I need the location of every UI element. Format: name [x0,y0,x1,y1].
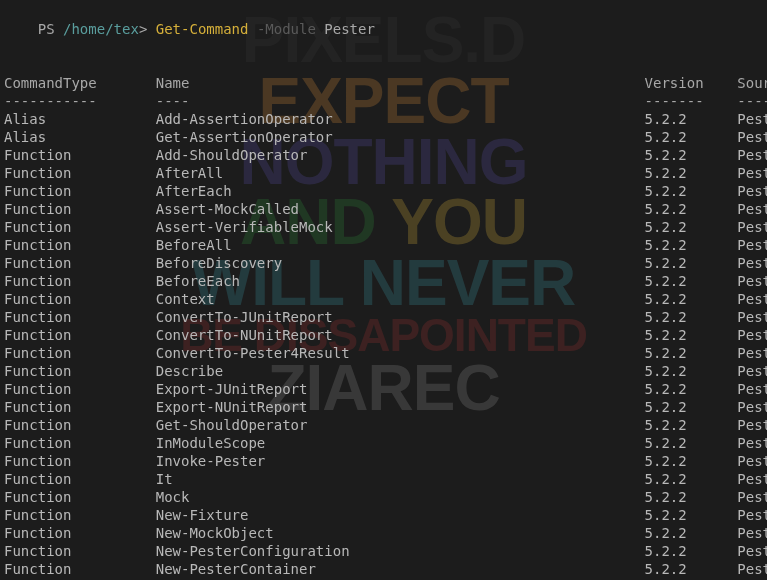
terminal-output[interactable]: PS /home/tex> Get-Command -Module Pester… [0,0,767,580]
table-row: Function New-Fixture 5.2.2 Pester [4,506,763,524]
table-row: Function New-PesterContainer 5.2.2 Peste… [4,560,763,578]
prompt-cmd: Get-Command [156,21,249,37]
table-row: Function Assert-MockCalled 5.2.2 Pester [4,200,763,218]
table-row: Function AfterAll 5.2.2 Pester [4,164,763,182]
table-row: Function AfterEach 5.2.2 Pester [4,182,763,200]
table-row: Function Export-JUnitReport 5.2.2 Pester [4,380,763,398]
table-row: Function ConvertTo-JUnitReport 5.2.2 Pes… [4,308,763,326]
table-row: Function BeforeEach 5.2.2 Pester [4,272,763,290]
table-row: Function Export-NUnitReport 5.2.2 Pester [4,398,763,416]
table-row: Function BeforeDiscovery 5.2.2 Pester [4,254,763,272]
table-row: Function Describe 5.2.2 Pester [4,362,763,380]
prompt-path: /home/tex [63,21,139,37]
table-row: Function Assert-VerifiableMock 5.2.2 Pes… [4,218,763,236]
prompt-gt: > [139,21,156,37]
table-row: Function Invoke-Pester 5.2.2 Pester [4,452,763,470]
table-header-divider: ----------- ---- ------- ------ [4,92,763,110]
prompt-ps: PS [38,21,63,37]
table-row: Function Get-ShouldOperator 5.2.2 Pester [4,416,763,434]
table-row: Function Mock 5.2.2 Pester [4,488,763,506]
prompt-flag: -Module [248,21,315,37]
table-row: Function New-MockObject 5.2.2 Pester [4,524,763,542]
prompt-line: PS /home/tex> Get-Command -Module Pester [4,2,763,56]
table-row: Alias Get-AssertionOperator 5.2.2 Pester [4,128,763,146]
table-row: Function It 5.2.2 Pester [4,470,763,488]
table-row: Function Add-ShouldOperator 5.2.2 Pester [4,146,763,164]
table-row: Function New-PesterConfiguration 5.2.2 P… [4,542,763,560]
table-row: Function ConvertTo-NUnitReport 5.2.2 Pes… [4,326,763,344]
table-row: Function Context 5.2.2 Pester [4,290,763,308]
table-row: Function ConvertTo-Pester4Result 5.2.2 P… [4,344,763,362]
table-header: CommandType Name Version Source [4,74,763,92]
table-row: Function InModuleScope 5.2.2 Pester [4,434,763,452]
table-row: Alias Add-AssertionOperator 5.2.2 Pester [4,110,763,128]
table-row: Function BeforeAll 5.2.2 Pester [4,236,763,254]
prompt-arg: Pester [316,21,375,37]
